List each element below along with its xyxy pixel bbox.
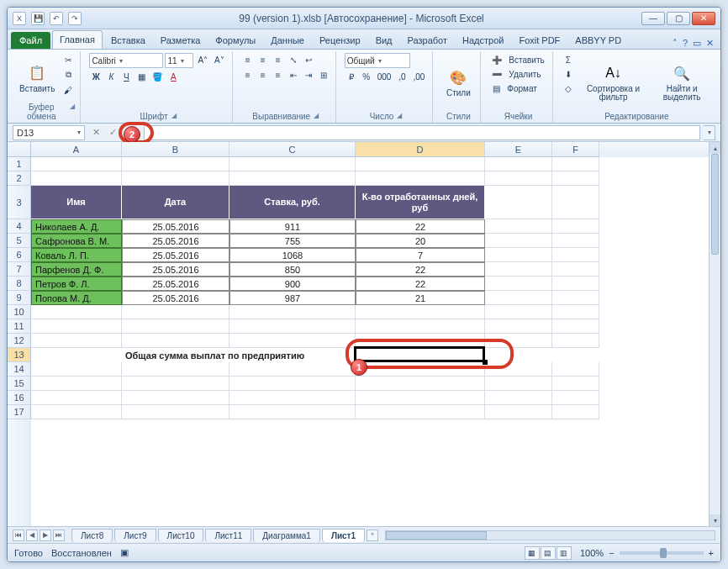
horizontal-scrollbar[interactable] bbox=[385, 530, 715, 540]
new-sheet-icon[interactable]: ＊ bbox=[367, 529, 378, 541]
table-cell[interactable]: 900 bbox=[229, 277, 356, 291]
grow-font-icon[interactable]: A˄ bbox=[195, 53, 210, 66]
file-tab[interactable]: Файл bbox=[11, 32, 50, 49]
sheet-tab[interactable]: Лист8 bbox=[71, 529, 113, 542]
align-left-icon[interactable]: ≡ bbox=[241, 68, 255, 82]
sheet-tab[interactable]: Лист9 bbox=[114, 529, 156, 542]
sheet-nav-prev-icon[interactable]: ◀ bbox=[26, 529, 38, 541]
table-cell[interactable]: 987 bbox=[229, 291, 356, 305]
zoom-control[interactable]: 100% − + bbox=[580, 548, 714, 558]
table-cell[interactable]: 22 bbox=[356, 277, 485, 291]
table-cell[interactable]: 755 bbox=[229, 234, 356, 248]
row-header-5[interactable]: 5 bbox=[8, 234, 31, 248]
row-header-1[interactable]: 1 bbox=[8, 157, 31, 171]
wrap-text-icon[interactable]: ↩ bbox=[302, 53, 315, 66]
row-header-12[interactable]: 12 bbox=[8, 334, 31, 348]
col-header-A[interactable]: A bbox=[31, 142, 122, 157]
find-select-button[interactable]: 🔍 Найти и выделить bbox=[652, 53, 712, 112]
row-header-8[interactable]: 8 bbox=[8, 277, 31, 291]
table-cell[interactable]: 22 bbox=[356, 262, 485, 277]
merge-icon[interactable]: ⊞ bbox=[317, 68, 330, 82]
styles-button[interactable]: 🎨 Стили bbox=[441, 53, 475, 112]
col-header-E[interactable]: E bbox=[485, 142, 552, 157]
table-cell[interactable]: 22 bbox=[356, 219, 485, 234]
tab-home[interactable]: Главная bbox=[52, 30, 103, 49]
table-cell[interactable]: 25.05.2016 bbox=[122, 277, 229, 291]
table-cell[interactable]: 21 bbox=[356, 291, 485, 305]
indent-dec-icon[interactable]: ⇤ bbox=[287, 68, 300, 82]
shrink-font-icon[interactable]: A˅ bbox=[212, 53, 227, 66]
align-launcher-icon[interactable]: ◢ bbox=[314, 112, 319, 121]
table-cell[interactable]: 911 bbox=[229, 219, 356, 234]
format-cells-icon[interactable]: ▤ bbox=[489, 82, 503, 95]
underline-icon[interactable]: Ч bbox=[119, 70, 133, 83]
tab-foxit[interactable]: Foxit PDF bbox=[512, 32, 567, 49]
sheet-tab[interactable]: Диаграмма1 bbox=[253, 529, 320, 542]
col-header-F[interactable]: F bbox=[552, 142, 599, 157]
fill-color-icon[interactable]: 🪣 bbox=[150, 70, 165, 83]
vertical-scrollbar[interactable]: ▴ ▾ bbox=[709, 142, 720, 526]
scroll-thumb[interactable] bbox=[711, 154, 719, 255]
save-icon[interactable]: 💾 bbox=[31, 12, 45, 25]
name-box[interactable]: D13▾ bbox=[13, 125, 85, 140]
number-format-combo[interactable]: Общий▾ bbox=[345, 53, 410, 68]
tab-formulas[interactable]: Формулы bbox=[208, 32, 262, 49]
undo-icon[interactable]: ↶ bbox=[50, 12, 63, 25]
minimize-button[interactable]: — bbox=[641, 12, 665, 25]
table-cell[interactable]: 1068 bbox=[229, 248, 356, 262]
cut-icon[interactable]: ✂ bbox=[61, 53, 75, 66]
percent-icon[interactable]: % bbox=[360, 70, 373, 83]
clear-icon[interactable]: ◇ bbox=[562, 82, 575, 95]
table-cell[interactable]: 25.05.2016 bbox=[122, 291, 229, 305]
align-center-icon[interactable]: ≡ bbox=[256, 68, 270, 82]
indent-inc-icon[interactable]: ⇥ bbox=[302, 68, 315, 82]
hscroll-thumb[interactable] bbox=[386, 531, 487, 540]
row-header-9[interactable]: 9 bbox=[8, 291, 31, 305]
col-header-B[interactable]: B bbox=[122, 142, 229, 157]
tab-addins[interactable]: Надстрой bbox=[456, 32, 510, 49]
row-header-14[interactable]: 14 bbox=[8, 362, 31, 377]
tab-view[interactable]: Вид bbox=[369, 32, 399, 49]
zoom-slider[interactable] bbox=[620, 551, 704, 555]
number-launcher-icon[interactable]: ◢ bbox=[397, 112, 402, 121]
table-cell[interactable]: 20 bbox=[356, 234, 485, 248]
doc-restore-icon[interactable]: ▭ bbox=[693, 38, 701, 49]
table-cell[interactable]: 25.05.2016 bbox=[122, 248, 229, 262]
align-bottom-icon[interactable]: ≡ bbox=[272, 53, 285, 66]
italic-icon[interactable]: К bbox=[104, 70, 118, 83]
clipboard-launcher-icon[interactable]: ◢ bbox=[70, 103, 75, 121]
format-cells-button[interactable]: Формат bbox=[504, 82, 540, 95]
formula-input[interactable] bbox=[144, 125, 700, 140]
delete-cells-button[interactable]: Удалить bbox=[506, 67, 543, 81]
bold-icon[interactable]: Ж bbox=[89, 70, 103, 83]
table-cell[interactable]: Парфенов Д. Ф. bbox=[31, 262, 122, 277]
table-cell[interactable]: Николаев А. Д. bbox=[31, 219, 122, 234]
row-header-3[interactable]: 3 bbox=[8, 186, 31, 219]
font-size-combo[interactable]: 11▾ bbox=[165, 53, 193, 68]
copy-icon[interactable]: ⧉ bbox=[61, 68, 75, 82]
sheet-nav-next-icon[interactable]: ▶ bbox=[40, 529, 51, 541]
table-cell[interactable]: Сафронова В. М. bbox=[31, 234, 122, 248]
col-header-C[interactable]: C bbox=[229, 142, 356, 157]
table-cell[interactable]: Петров Ф. Л. bbox=[31, 277, 122, 291]
table-cell[interactable]: 7 bbox=[356, 248, 485, 262]
table-cell[interactable]: 25.05.2016 bbox=[122, 262, 229, 277]
zoom-out-icon[interactable]: − bbox=[609, 548, 614, 558]
table-cell[interactable]: Коваль Л. П. bbox=[31, 248, 122, 262]
insert-cells-icon[interactable]: ➕ bbox=[489, 53, 504, 66]
font-color-icon[interactable]: A bbox=[166, 70, 180, 83]
col-header-D[interactable]: D bbox=[356, 142, 485, 157]
tab-abbyy[interactable]: ABBYY PD bbox=[568, 32, 628, 49]
comma-icon[interactable]: 000 bbox=[375, 70, 394, 83]
tab-developer[interactable]: Разработ bbox=[401, 32, 454, 49]
excel-icon[interactable]: X bbox=[13, 12, 26, 25]
expand-formula-bar-icon[interactable]: ▾ bbox=[704, 125, 715, 140]
table-cell[interactable]: 25.05.2016 bbox=[122, 219, 229, 234]
enter-formula-icon[interactable]: ✓ bbox=[105, 125, 120, 140]
row-header-2[interactable]: 2 bbox=[8, 171, 31, 186]
autosum-icon[interactable]: Σ bbox=[562, 53, 575, 66]
currency-icon[interactable]: ₽ bbox=[345, 70, 358, 83]
delete-cells-icon[interactable]: ➖ bbox=[489, 67, 504, 81]
insert-cells-button[interactable]: Вставить bbox=[506, 53, 546, 66]
align-right-icon[interactable]: ≡ bbox=[272, 68, 285, 82]
